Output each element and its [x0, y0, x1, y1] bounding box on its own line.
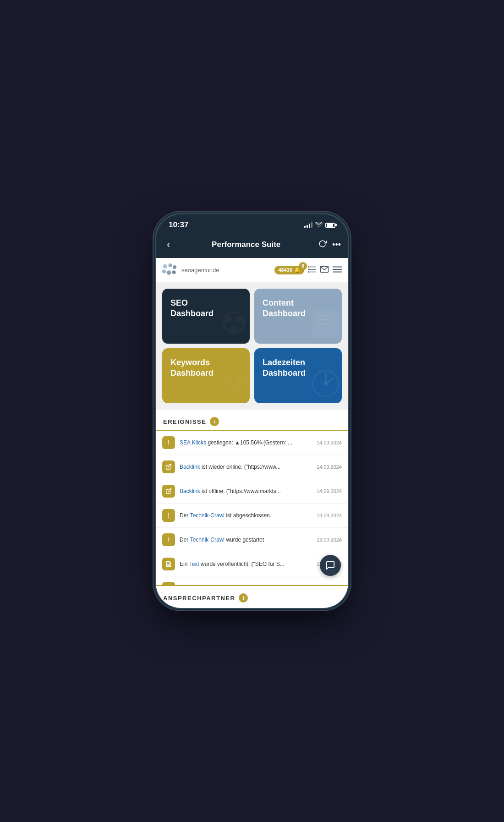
- event-item[interactable]: ! Der Technik-Crawl ist abgeschlossen. 1…: [156, 504, 348, 528]
- event-description: gestiegen: ▲105,56% (Gestern: ...: [208, 439, 292, 446]
- event-description: ist abgeschlossen.: [226, 512, 271, 519]
- top-bar-actions: 48430 🔔 8: [274, 265, 342, 275]
- svg-point-18: [235, 315, 242, 323]
- seo-card-label: SEODashboard: [170, 298, 214, 319]
- svg-point-30: [221, 379, 226, 384]
- svg-rect-23: [317, 315, 334, 316]
- svg-point-21: [241, 320, 247, 325]
- more-options-icon[interactable]: •••: [332, 240, 341, 250]
- event-date: 14.09.2024: [317, 488, 342, 494]
- phone-screen: 10:37: [156, 214, 348, 608]
- event-link-icon: [162, 485, 175, 498]
- event-link: Backlink: [180, 488, 200, 494]
- phone-frame: 10:37: [156, 214, 348, 608]
- domain-label: seoagentur.de: [181, 267, 270, 274]
- event-item[interactable]: ! Der Technik-Crawl wurde gestartet 13.0…: [156, 528, 348, 552]
- svg-point-17: [225, 315, 232, 323]
- wifi-icon: [315, 222, 323, 229]
- events-list: ! SEA Klicks gestiegen: ▲105,56% (Gester…: [156, 431, 348, 585]
- event-text: Der Technik-Crawl ist abgeschlossen.: [180, 512, 310, 520]
- mail-icon[interactable]: [320, 265, 329, 275]
- signal-bars-icon: [304, 222, 312, 228]
- event-item[interactable]: Ein Text wurde veröffentlicht. ("SEO für…: [156, 552, 348, 576]
- event-link: SEA Klicks: [180, 439, 206, 446]
- event-date: 13.09.2024: [317, 537, 342, 543]
- seo-dashboard-card[interactable]: SEODashboard: [162, 289, 250, 344]
- event-link-icon: [162, 460, 175, 473]
- svg-point-1: [169, 263, 172, 267]
- event-item[interactable]: Backlink ist offline. ("https://www.mark…: [156, 479, 348, 504]
- svg-point-5: [172, 270, 176, 274]
- list-icon[interactable]: [308, 265, 316, 275]
- event-description: ist offline. ("https://www.markts...: [202, 488, 281, 494]
- event-text: Backlink ist wieder online. ("https://ww…: [180, 463, 310, 471]
- ladezeiten-dashboard-card[interactable]: LadezeitenDashboard: [254, 348, 342, 403]
- event-warning-icon: !: [162, 509, 175, 522]
- chat-fab-button[interactable]: [320, 555, 341, 576]
- event-date: 14.09.2024: [317, 440, 342, 445]
- event-link: Technik-Crawl: [190, 512, 225, 519]
- top-bar: seoagentur.de 48430 🔔 8: [156, 258, 348, 282]
- ansprechpartner-title: ANSPRECHPARTNER: [163, 595, 235, 602]
- svg-point-3: [162, 270, 166, 274]
- ladezeiten-card-icon: [305, 364, 342, 403]
- status-icons: [304, 222, 335, 229]
- refresh-icon[interactable]: [318, 240, 327, 250]
- svg-line-35: [168, 489, 171, 492]
- svg-point-9: [308, 266, 309, 268]
- svg-point-33: [324, 382, 328, 386]
- main-content: SEODashboard ContentDashboard: [156, 282, 348, 585]
- event-item[interactable]: Ein Text wurde veröffentlicht. ("SEO Kur…: [156, 576, 348, 585]
- event-item[interactable]: Backlink ist wieder online. ("https://ww…: [156, 455, 348, 479]
- event-doc-icon: [162, 582, 175, 585]
- bottom-section: ANSPRECHPARTNER i: [156, 585, 348, 608]
- content-card-icon: [305, 304, 342, 344]
- svg-point-0: [163, 264, 168, 269]
- ansprechpartner-info-button[interactable]: i: [239, 593, 248, 603]
- dashboard-grid: SEODashboard ContentDashboard: [156, 282, 348, 410]
- signal-bar-2: [307, 225, 308, 228]
- nav-actions: •••: [318, 240, 341, 250]
- svg-line-34: [168, 465, 171, 467]
- svg-point-4: [167, 270, 171, 275]
- notification-badge[interactable]: 48430 🔔 8: [274, 266, 304, 274]
- event-description: ist wieder online. ("https://www...: [202, 464, 280, 470]
- nav-bar: ‹ Performance Suite •••: [156, 233, 348, 258]
- event-date: 13.09.2024: [317, 513, 342, 518]
- svg-point-19: [230, 326, 237, 333]
- bottom-header: ANSPRECHPARTNER i: [163, 593, 341, 603]
- events-section: EREIGNISSE i ! SEA Klicks gestiegen: ▲10…: [156, 410, 348, 585]
- event-text: SEA Klicks gestiegen: ▲105,56% (Gestern:…: [180, 439, 310, 447]
- event-link: Technik-Crawl: [190, 537, 225, 543]
- svg-point-10: [308, 269, 309, 270]
- svg-point-20: [221, 320, 226, 325]
- app-logo: [162, 263, 177, 277]
- page-title: Performance Suite: [174, 240, 318, 249]
- events-info-button[interactable]: i: [210, 417, 219, 426]
- hamburger-icon[interactable]: [333, 265, 342, 275]
- battery-icon: [325, 223, 335, 228]
- event-text: Der Technik-Crawl wurde gestartet: [180, 536, 310, 544]
- event-link: Backlink: [180, 464, 200, 470]
- svg-point-27: [225, 375, 232, 382]
- content-dashboard-card[interactable]: ContentDashboard: [254, 289, 342, 344]
- back-button[interactable]: ‹: [163, 237, 174, 252]
- svg-point-29: [230, 385, 237, 393]
- ladezeiten-card-label: LadezeitenDashboard: [263, 357, 306, 379]
- event-text: Backlink ist offline. ("https://www.mark…: [180, 488, 310, 495]
- event-date: 14.09.2024: [317, 464, 342, 470]
- status-bar: 10:37: [156, 214, 348, 233]
- event-doc-icon: [162, 558, 175, 570]
- event-item[interactable]: ! SEA Klicks gestiegen: ▲105,56% (Gester…: [156, 431, 348, 455]
- battery-fill: [327, 224, 333, 227]
- status-time: 10:37: [169, 220, 188, 230]
- signal-bar-4: [311, 222, 312, 228]
- event-warning-icon: !: [162, 436, 175, 449]
- event-link: Text: [189, 561, 199, 567]
- seo-card-icon: [213, 304, 250, 344]
- keywords-dashboard-card[interactable]: KeywordsDashboard: [162, 348, 250, 403]
- svg-point-11: [308, 271, 309, 272]
- event-warning-icon: !: [162, 533, 175, 546]
- svg-point-2: [173, 265, 176, 269]
- svg-rect-25: [317, 323, 333, 324]
